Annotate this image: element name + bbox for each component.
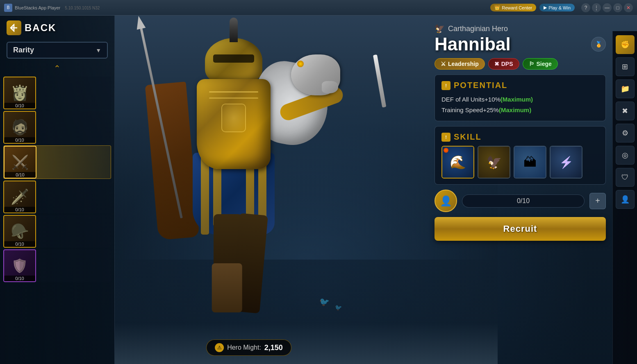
hero-figure (119, 16, 348, 351)
warning-icon: ⚠ (215, 343, 224, 352)
hero-faction-name: Carthaginian Hero (448, 25, 508, 33)
siege-label: Siege (537, 61, 552, 67)
skill-slot-3[interactable]: 🏔 (514, 146, 546, 179)
window-controls: ? ⋮ — □ ✕ (581, 3, 633, 12)
bird-decoration: 🐦 (319, 297, 330, 307)
play-win-label: Play & Win (548, 5, 571, 10)
leadership-label: Leadership (448, 61, 479, 67)
hero-count: 0/10 (4, 137, 35, 143)
siege-icon: 🏳 (529, 61, 535, 67)
sidebar-icon-shield[interactable]: 🛡 (616, 168, 635, 187)
hero-list-item[interactable]: 🗡️ 0/10 (3, 181, 111, 213)
skill-header: ! SKILL (441, 132, 599, 142)
hero-name-row: Hannibal 🏅 (435, 35, 606, 53)
hero-list: 👸 0/10 🧔 0/10 (0, 75, 114, 364)
hero-count: 0/10 (4, 276, 35, 281)
sidebar-icon-grid[interactable]: ⊞ (616, 57, 635, 76)
recruit-progress-bar: 0/10 (462, 194, 585, 208)
skill-2-icon: 🦅 (487, 155, 502, 170)
person-icon: 👤 (621, 195, 630, 204)
skill-3-icon: 🏔 (523, 155, 537, 170)
role-badges: ⚔ Leadership ✖ DPS 🏳 Siege (435, 58, 606, 70)
kebab-btn[interactable]: ⋮ (592, 3, 601, 12)
bird-decoration: 🐦 (335, 304, 342, 311)
recruit-button[interactable]: Recruit (435, 217, 606, 241)
recruit-button-label: Recruit (503, 224, 537, 234)
hero-list-item[interactable]: 🛡️ 0/10 (3, 249, 111, 282)
role-badge-dps[interactable]: ✖ DPS (488, 58, 519, 70)
sidebar-icon-fight[interactable]: ✊ (616, 35, 635, 54)
potential-line2-prefix: Training Speed+25% (441, 106, 499, 113)
potential-header: ! POTENTIAL (441, 81, 599, 90)
sidebar-icon-settings[interactable]: ⚙ (616, 124, 635, 142)
hero-info-panel: 🦅 Carthaginian Hero Hannibal 🏅 ⚔ Leaders… (428, 16, 612, 364)
maximize-btn[interactable]: □ (613, 3, 622, 12)
sidebar-icon-person[interactable]: 👤 (616, 190, 635, 209)
reward-center-label: Reward Center (502, 5, 532, 10)
chevron-up-icon: ⌃ (54, 64, 61, 73)
sidebar-icon-folder[interactable]: 📁 (616, 79, 635, 98)
help-btn[interactable]: ? (581, 3, 590, 12)
rank-icon: 🏅 (595, 41, 602, 47)
token-face-icon: 👤 (440, 195, 452, 207)
hero-portrait: ⚔️ 0/10 (4, 146, 36, 179)
skill-title: SKILL (454, 132, 482, 142)
shield-icon: 🛡 (621, 173, 629, 182)
cross-icon: ✖ (622, 106, 628, 115)
scroll-up-btn[interactable]: ⌃ (0, 62, 114, 75)
hero-list-item[interactable]: 🧔 0/10 (3, 111, 111, 144)
hero-name: Hannibal (435, 35, 511, 53)
role-badge-leadership[interactable]: ⚔ Leadership (435, 58, 485, 70)
hero-portrait: 🪖 0/10 (3, 215, 36, 248)
skill-slot-4[interactable]: ⚡ (550, 146, 582, 179)
potential-line1-prefix: DEF of All Units+10% (441, 96, 500, 103)
hero-portrait: 🛡️ 0/10 (3, 249, 36, 282)
version-text: 5.10.150.1015 N32 (65, 6, 100, 10)
back-button[interactable]: BACK (0, 16, 114, 40)
potential-icon: ! (441, 81, 450, 90)
skill-slot-2[interactable]: 🦅 (478, 146, 510, 179)
dps-icon: ✖ (494, 61, 499, 67)
sidebar-icon-target[interactable]: ◎ (616, 146, 635, 165)
title-bar-right: 👑 Reward Center ▶ Play & Win ? ⋮ — □ ✕ (490, 3, 633, 12)
rarity-dropdown[interactable]: Rarity ▼ (7, 42, 108, 59)
skill-slot-1[interactable]: 🌊 (441, 146, 474, 179)
app-title: BlueStacks App Player 5.10.150.1015 N32 (15, 5, 490, 10)
sidebar-icon-cross[interactable]: ✖ (616, 102, 635, 120)
folder-icon: 📁 (621, 84, 630, 93)
potential-line1-suffix: (Maximum) (500, 96, 533, 103)
reward-center-btn[interactable]: 👑 Reward Center (490, 4, 536, 11)
recruit-add-button[interactable]: + (589, 193, 606, 209)
app-name-text: BlueStacks App Player (15, 5, 60, 10)
hero-might-label: Hero Might: (227, 344, 261, 351)
play-win-btn[interactable]: ▶ Play & Win (539, 4, 575, 11)
target-icon: ◎ (622, 151, 628, 160)
hero-list-item[interactable]: 🪖 0/10 (3, 215, 111, 248)
hero-count: 0/10 (4, 103, 35, 109)
hero-list-item-active[interactable]: ⚔️ 0/10 (3, 145, 111, 179)
recruit-token[interactable]: 👤 (435, 190, 457, 212)
skills-grid: 🌊 🦅 🏔 ⚡ (441, 146, 599, 179)
hero-title-section: 🦅 Carthaginian Hero Hannibal 🏅 (435, 24, 606, 53)
skill-1-icon: 🌊 (450, 154, 466, 170)
recruit-progress-text: 0/10 (469, 197, 578, 205)
title-bar: B BlueStacks App Player 5.10.150.1015 N3… (0, 0, 637, 16)
hero-list-item[interactable]: 👸 0/10 (3, 77, 111, 109)
recruit-section: 👤 0/10 + (435, 190, 606, 212)
crown-icon: 👑 (494, 5, 500, 10)
role-badge-siege[interactable]: 🏳 Siege (523, 58, 558, 70)
potential-line2: Training Speed+25%(Maximum) (441, 105, 599, 115)
dropdown-arrow-icon: ▼ (96, 47, 101, 54)
leadership-icon: ⚔ (441, 61, 446, 67)
hero-faction-icon: 🦅 (435, 24, 445, 34)
hero-might-value: 2,150 (264, 344, 283, 352)
minimize-btn[interactable]: — (603, 3, 612, 12)
skill-fire-indicator (444, 148, 448, 153)
hero-might-bar: ⚠ Hero Might: 2,150 (206, 339, 291, 356)
rank-badge: 🏅 (591, 37, 606, 52)
dps-label: DPS (501, 61, 513, 67)
game-area: BACK Rarity ▼ ⌃ 👸 0/10 (0, 16, 637, 364)
back-label: BACK (25, 22, 56, 34)
close-btn[interactable]: ✕ (624, 3, 633, 12)
skill-3-image: 🏔 (514, 147, 546, 178)
